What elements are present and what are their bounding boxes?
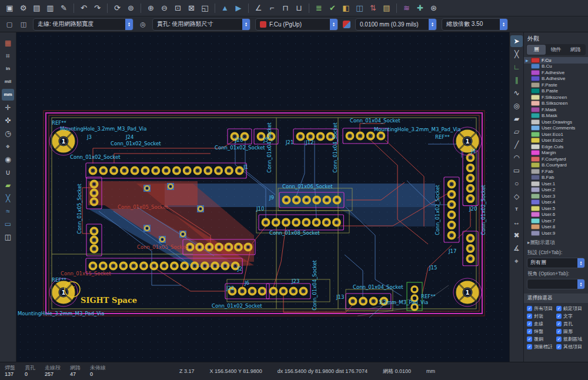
route-single-track-tool-icon[interactable]: ∟ <box>510 61 523 73</box>
flip-board-view-icon[interactable]: ▲ <box>219 2 231 14</box>
back-side-pad[interactable] <box>159 236 166 243</box>
layer-row-User.2[interactable]: User.2 <box>524 187 588 194</box>
full-crosshair-icon[interactable]: ✜ <box>2 115 14 126</box>
zoom-out-icon[interactable]: ⊖ <box>158 2 171 14</box>
layer-row-User.4[interactable]: User.4 <box>524 199 588 206</box>
3d-viewer-icon[interactable]: ◫ <box>353 2 366 14</box>
checkbox-icon[interactable]: ✓ <box>527 329 532 334</box>
back-side-pad[interactable] <box>179 231 186 238</box>
layer-row-B.Paste[interactable]: B.Paste <box>524 88 588 95</box>
lock-icon[interactable]: ⊓ <box>279 2 292 14</box>
layer-row-B.Silkscreen[interactable]: B.Silkscreen <box>524 101 588 107</box>
route-diff-pair-tool-icon[interactable]: ∥ <box>510 74 523 86</box>
layer-visibility-swatch[interactable] <box>531 150 540 155</box>
layer-row-Margin[interactable]: Margin <box>524 150 588 156</box>
front-copper-trace[interactable] <box>114 154 211 163</box>
layer-visibility-swatch[interactable] <box>531 181 540 186</box>
pcb-canvas[interactable]: 1111§REF**MountingHole_3.2mm_M3_Pad_ViaM… <box>16 32 509 362</box>
cursor-shape-icon[interactable]: ✛ <box>2 102 14 114</box>
zoom-level-dropdown[interactable]: 縮放倍數 3.50 <box>442 18 508 31</box>
layer-visibility-swatch[interactable] <box>531 125 540 131</box>
filter-item[interactable]: ✓測量標註 <box>527 344 556 350</box>
zone-display-mode-icon[interactable]: ▰ <box>2 179 14 191</box>
delete-tool-icon[interactable]: ✖ <box>510 229 523 241</box>
filter-item[interactable]: ✓走線 <box>527 321 556 327</box>
green-connector-footprint[interactable] <box>407 282 422 311</box>
checkbox-icon[interactable]: ✓ <box>556 314 562 319</box>
rule-area-tool-icon[interactable]: ▱ <box>510 126 523 138</box>
via-size-dropdown[interactable]: 貫孔: 使用網路類尺寸 <box>152 18 250 31</box>
layer-row-User.7[interactable]: User.7 <box>524 218 588 224</box>
stepper-icon[interactable] <box>500 19 507 30</box>
layer-row-F.Mask[interactable]: F.Mask <box>524 106 588 113</box>
schematic-editor-icon[interactable]: ≋ <box>400 2 413 14</box>
back-copper-trace[interactable] <box>428 144 462 158</box>
layer-visibility-swatch[interactable] <box>531 132 540 137</box>
library-browser-icon[interactable]: ▤ <box>380 2 393 14</box>
layer-visibility-swatch[interactable] <box>531 138 540 143</box>
layer-row-User.3[interactable]: User.3 <box>524 193 588 199</box>
layer-row-B.Mask[interactable]: B.Mask <box>524 113 588 119</box>
layer-row-B.Cu[interactable]: B.Cu <box>524 64 588 70</box>
back-side-pad[interactable] <box>143 185 151 192</box>
filter-item[interactable]: ✓貫孔 <box>556 321 585 327</box>
layer-row-F.Silkscreen[interactable]: F.Silkscreen <box>524 94 588 101</box>
layer-pair-toggle-icon[interactable] <box>343 21 350 28</box>
unlock-icon[interactable]: ⊔ <box>293 2 305 14</box>
filter-item[interactable]: ✓圖形 <box>556 328 585 335</box>
checkbox-icon[interactable]: ✓ <box>527 321 532 326</box>
checkbox-icon[interactable]: ✓ <box>527 336 532 342</box>
connector-footprint[interactable] <box>463 151 478 206</box>
back-side-pad[interactable] <box>197 205 204 212</box>
layer-row-F.Adhesive[interactable]: F.Adhesive <box>524 69 588 76</box>
layer-visibility-swatch[interactable] <box>531 156 540 162</box>
page-settings-icon[interactable]: ▤ <box>31 2 43 14</box>
layer-visibility-swatch[interactable] <box>531 101 540 106</box>
layer-row-F.Fab[interactable]: F.Fab <box>524 168 588 175</box>
refresh-icon[interactable]: ⟳ <box>111 2 123 14</box>
drc-check-icon[interactable]: ✔ <box>326 2 339 14</box>
zoom-selection-icon[interactable]: ⊠ <box>185 2 198 14</box>
units-mm-icon[interactable]: mm <box>2 89 14 101</box>
layer-visibility-swatch[interactable] <box>531 64 540 69</box>
checkbox-icon[interactable]: ✓ <box>556 306 562 311</box>
layer-visibility-swatch[interactable] <box>531 95 540 100</box>
tab-網路[interactable]: 網路 <box>566 45 585 55</box>
filter-item[interactable]: ✓鎖定項目 <box>556 305 585 312</box>
active-layer-dropdown[interactable]: F.Cu (PgUp) <box>255 18 338 31</box>
filter-item[interactable]: ✓其他項目 <box>556 344 585 350</box>
grid-dots-icon[interactable]: ▦ <box>2 37 14 49</box>
layer-row-User.Comments[interactable]: User.Comments <box>524 125 588 132</box>
back-side-pad[interactable] <box>143 225 151 232</box>
save-icon[interactable]: ▣ <box>4 2 16 14</box>
units-inch-icon[interactable]: in <box>2 63 14 75</box>
filter-item[interactable]: ✓文字 <box>556 313 585 319</box>
layer-visibility-swatch[interactable] <box>531 169 540 174</box>
draw-polygon-tool-icon[interactable]: ◇ <box>510 191 523 202</box>
checkbox-icon[interactable]: ✓ <box>556 329 562 334</box>
presets-dropdown[interactable]: 所有層 <box>527 258 585 268</box>
layer-row-B.Courtyard[interactable]: B.Courtyard <box>524 162 588 169</box>
back-side-pad[interactable] <box>167 183 174 190</box>
layer-visibility-swatch[interactable] <box>531 113 540 118</box>
filter-item[interactable]: ✓規劃區域 <box>556 336 585 342</box>
update-pcb-icon[interactable]: ⇅ <box>367 2 379 14</box>
grid-properties-icon[interactable]: ⌗ <box>2 50 14 62</box>
layer-row-User.6[interactable]: User.6 <box>524 212 588 218</box>
layer-row-User.Drawings[interactable]: User.Drawings <box>524 119 588 125</box>
board-setup-icon[interactable]: ⚙ <box>17 2 29 14</box>
layer-row-B.Fab[interactable]: B.Fab <box>524 175 588 181</box>
units-mil-icon[interactable]: mil <box>2 76 14 88</box>
layer-visibility-swatch[interactable] <box>531 70 540 75</box>
back-copper-trace[interactable] <box>345 255 363 297</box>
layer-row-F.Courtyard[interactable]: F.Courtyard <box>524 156 588 162</box>
checkbox-icon[interactable]: ✓ <box>556 321 562 326</box>
highlight-net-tool-icon[interactable]: ╳ <box>510 48 523 60</box>
connector-footprint[interactable] <box>293 129 338 144</box>
print-icon[interactable]: ▥ <box>44 2 56 14</box>
layer-row-User.Eco2[interactable]: User.Eco2 <box>524 138 588 144</box>
filter-item[interactable]: ✓覆銅 <box>527 336 556 342</box>
draw-arc-tool-icon[interactable]: ◠ <box>510 152 523 164</box>
magnetic-tracks-icon[interactable]: ∪ <box>2 166 14 178</box>
footprint-editor-icon[interactable]: ◧ <box>340 2 352 14</box>
